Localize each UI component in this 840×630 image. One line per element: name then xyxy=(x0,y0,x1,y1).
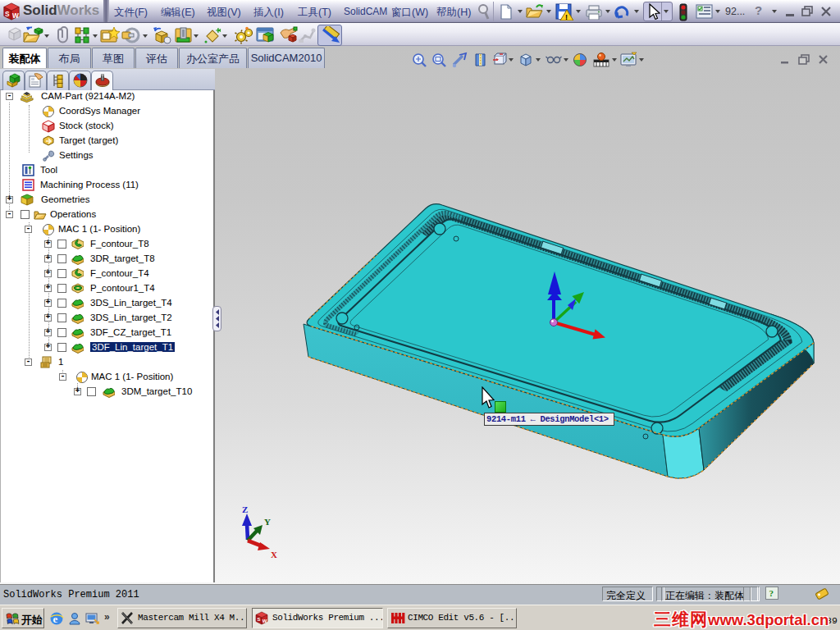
svg-text:W: W xyxy=(12,12,19,20)
svg-text:X: X xyxy=(271,550,277,559)
svg-text:Z: Z xyxy=(242,504,248,514)
svg-text:S: S xyxy=(257,617,260,622)
svg-text:e: e xyxy=(53,613,58,625)
svg-text:!: ! xyxy=(565,13,568,21)
svg-text:W: W xyxy=(262,619,267,623)
svg-text:?: ? xyxy=(769,588,774,598)
svg-text:Y: Y xyxy=(264,517,271,527)
svg-text:S: S xyxy=(5,11,10,18)
